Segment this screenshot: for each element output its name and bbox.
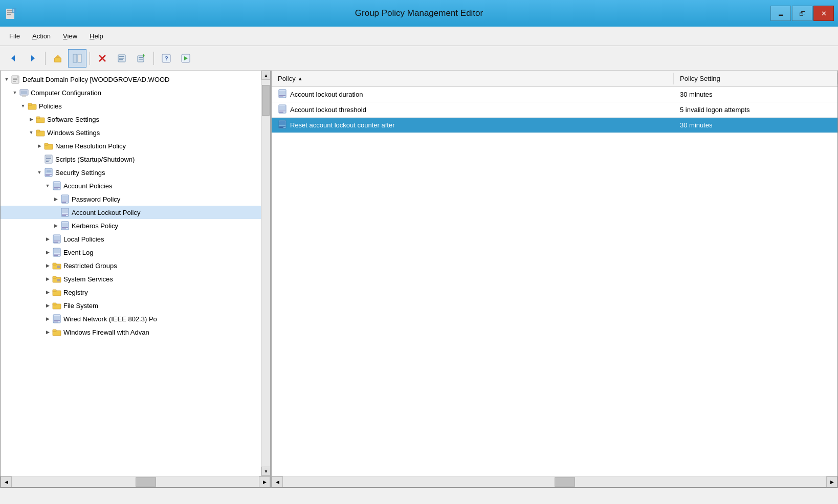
menu-bar: File Action View Help [0, 27, 838, 46]
vscroll-track[interactable] [261, 80, 270, 467]
left-hscroll-left-button[interactable]: ◀ [1, 476, 12, 488]
icon-security-settings [43, 167, 54, 178]
back-button[interactable] [4, 49, 23, 68]
minimize-button[interactable]: 🗕 [770, 6, 791, 21]
tree-item-account-lockout-policy[interactable]: Account Lockout Policy [1, 206, 261, 219]
row3-icon [278, 120, 287, 130]
expander-kerberos-policy[interactable]: ▶ [52, 222, 60, 230]
expander-computer-config[interactable]: ▼ [11, 89, 19, 97]
tree-item-name-resolution[interactable]: ▶ Name Resolution Policy [1, 139, 261, 152]
show-hide-tree-button[interactable] [68, 49, 86, 68]
vscroll-up-button[interactable]: ▲ [261, 71, 270, 80]
tree-label-kerberos-policy: Kerberos Policy [72, 222, 118, 230]
svg-rect-49 [46, 160, 50, 161]
menu-file[interactable]: File [4, 30, 25, 42]
right-hscroll-left-button[interactable]: ◀ [272, 476, 283, 488]
svg-rect-10 [55, 58, 61, 62]
svg-rect-62 [62, 201, 68, 202]
icon-restricted-groups [52, 260, 62, 271]
expander-local-policies[interactable]: ▶ [43, 235, 52, 243]
menu-action[interactable]: Action [27, 30, 56, 42]
tree-label-system-services: System Services [63, 275, 113, 283]
table-row-lockout-threshold[interactable]: Account lockout threshold 5 invalid logo… [272, 102, 837, 118]
expander-restricted-groups[interactable]: ▶ [43, 261, 52, 270]
expander-account-policies[interactable]: ▼ [43, 182, 52, 190]
tree-item-file-system[interactable]: ▶ File System [1, 299, 261, 312]
help-button[interactable]: ? [157, 49, 175, 68]
right-hscroll-right-button[interactable]: ▶ [826, 476, 837, 488]
folder-up-button[interactable] [49, 49, 67, 68]
extended-help-button[interactable] [177, 49, 195, 68]
tree-label-scripts: Scripts (Startup/Shutdown) [55, 156, 135, 163]
svg-rect-12 [78, 54, 81, 62]
icon-password-policy [60, 194, 70, 204]
column-header-policy[interactable]: Policy ▲ [272, 73, 674, 84]
tree-item-computer-config[interactable]: ▼ Computer Configuration [1, 86, 261, 99]
left-hscroll-right-button[interactable]: ▶ [259, 476, 270, 488]
vscroll-down-button[interactable]: ▼ [261, 467, 270, 476]
cell-policy-lockout-duration: Account lockout duration [272, 87, 674, 102]
tree-label-name-resolution: Name Resolution Policy [55, 142, 126, 150]
tree-item-event-log[interactable]: ▶ Event Log [1, 246, 261, 259]
left-pane: ▼ Defaul [1, 71, 272, 487]
tree-item-security-settings[interactable]: ▼ Security Settings [1, 166, 261, 179]
svg-rect-41 [36, 117, 40, 119]
menu-view[interactable]: View [58, 30, 82, 42]
tree-item-registry[interactable]: ▶ Registry [1, 286, 261, 299]
delete-button[interactable] [93, 49, 112, 68]
tree-item-local-policies[interactable]: ▶ Local Policies [1, 232, 261, 246]
tree-item-windows-settings[interactable]: ▼ Windows Settings [1, 126, 261, 139]
title-bar-controls: 🗕 🗗 ✕ [770, 6, 834, 21]
svg-rect-103 [279, 112, 283, 113]
expander-name-resolution[interactable]: ▶ [35, 142, 43, 150]
tree-item-windows-firewall[interactable]: ▶ Windows Firewall with Advan [1, 325, 261, 339]
expander-system-services[interactable]: ▶ [43, 275, 52, 283]
table-row-reset-lockout[interactable]: Reset account lockout counter after 30 m… [272, 118, 837, 133]
tree-item-root[interactable]: ▼ Defaul [1, 73, 261, 86]
expander-password-policy[interactable]: ▶ [52, 195, 60, 203]
expander-policies[interactable]: ▼ [19, 102, 27, 110]
expander-file-system[interactable]: ▶ [43, 301, 52, 310]
sort-arrow-icon: ▲ [298, 76, 303, 81]
expander-windows-firewall[interactable]: ▶ [43, 328, 52, 336]
column-header-setting[interactable]: Policy Setting [674, 73, 837, 84]
export-button[interactable] [132, 49, 150, 68]
icon-local-policies [52, 234, 62, 244]
tree-label-root: Default Domain Policy [WOODGROVEAD.WOOD [23, 76, 170, 83]
tree-item-restricted-groups[interactable]: ▶ Restricted Groups [1, 259, 261, 272]
close-button[interactable]: ✕ [813, 6, 834, 21]
policy-name-reset-lockout: Reset account lockout counter after [290, 121, 395, 129]
toolbar-separator-3 [153, 52, 154, 65]
expander-security-settings[interactable]: ▼ [35, 168, 43, 177]
left-hscroll-thumb[interactable] [136, 477, 156, 487]
tree-item-policies[interactable]: ▼ Policies [1, 99, 261, 113]
tree-item-wired-network[interactable]: ▶ Wired Network (IEEE 802.3) Po [1, 312, 261, 325]
maximize-button[interactable]: 🗗 [792, 6, 812, 21]
tree-item-scripts[interactable]: ▶ Scripts (Startup/Shutdown [1, 152, 261, 166]
right-hscroll-thumb[interactable] [555, 477, 575, 487]
tree-item-system-services[interactable]: ▶ System Services [1, 272, 261, 286]
tree-item-account-policies[interactable]: ▼ Account Policies [1, 179, 261, 192]
table-row-lockout-duration[interactable]: Account lockout duration 30 minutes [272, 87, 837, 102]
expander-wired-network[interactable]: ▶ [43, 315, 52, 323]
right-hscroll-track[interactable] [283, 476, 826, 488]
expander-registry[interactable]: ▶ [43, 288, 52, 296]
toolbar-separator-1 [45, 52, 46, 65]
tree-item-kerberos-policy[interactable]: ▶ Kerberos Policy [1, 219, 261, 232]
forward-button[interactable] [24, 49, 42, 68]
svg-rect-95 [53, 330, 56, 332]
menu-help[interactable]: Help [84, 30, 108, 42]
tree-item-software-settings[interactable]: ▶ Software Settings [1, 113, 261, 126]
vscroll-thumb[interactable] [262, 85, 270, 116]
expander-software-settings[interactable]: ▶ [27, 115, 35, 123]
expander-event-log[interactable]: ▶ [43, 248, 52, 256]
tree-item-password-policy[interactable]: ▶ Password Policy [1, 192, 261, 206]
icon-computer-config [19, 87, 29, 98]
left-hscroll-track[interactable] [12, 476, 259, 488]
setting-value-lockout-threshold: 5 invalid logon attempts [680, 106, 750, 114]
expander-root[interactable]: ▼ [3, 75, 11, 83]
svg-rect-47 [46, 157, 51, 158]
properties-button[interactable] [113, 49, 131, 68]
expander-windows-settings[interactable]: ▼ [27, 128, 35, 137]
icon-software-settings [35, 114, 46, 124]
